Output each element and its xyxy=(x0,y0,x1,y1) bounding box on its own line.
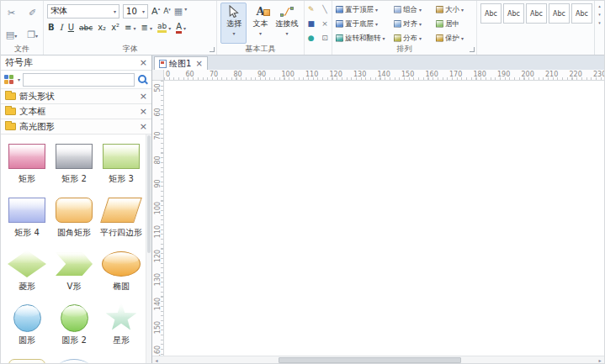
shape-item[interactable]: 圆角矩形 xyxy=(50,193,98,247)
rectangle3-shape[interactable] xyxy=(103,144,140,169)
shape-item[interactable] xyxy=(50,355,98,363)
gallery-down-icon[interactable]: ▾ xyxy=(598,12,601,17)
shrink-font-button[interactable]: A xyxy=(163,7,171,15)
subscript-button[interactable]: x₂ xyxy=(98,22,106,34)
partial-shape[interactable] xyxy=(55,359,93,363)
font-color-button[interactable]: A xyxy=(176,23,182,34)
line-tool-icon[interactable]: ╲ xyxy=(322,6,326,13)
style-preset-button[interactable]: Abc xyxy=(503,3,524,24)
sidebar-scroll-thumb[interactable] xyxy=(147,135,151,253)
pencil-icon[interactable]: ✎ xyxy=(308,6,315,13)
strikethrough-button[interactable]: abc xyxy=(79,22,93,34)
chevron-down-icon[interactable]: ▾ xyxy=(259,30,262,36)
bullet-list-button[interactable]: ≣ xyxy=(141,22,147,34)
paste-icon[interactable]: ▤▾ xyxy=(6,30,17,40)
style-preset-button[interactable]: Abc xyxy=(526,3,547,24)
fill-square-icon[interactable]: ■ xyxy=(307,20,315,28)
fill-circle-icon[interactable]: ● xyxy=(308,34,315,42)
superscript-button[interactable]: x² xyxy=(111,22,119,34)
align-button[interactable]: ▦ xyxy=(174,6,187,17)
crop-tool-icon[interactable]: ⊡ xyxy=(321,34,328,42)
scroll-track[interactable] xyxy=(161,356,596,364)
cut-icon[interactable]: ✂ xyxy=(8,8,15,18)
arrange-item[interactable]: 组合▾ xyxy=(394,4,436,15)
chevron-down-icon[interactable]: ▾ xyxy=(419,35,422,41)
chevron-down-icon[interactable]: ▾ xyxy=(183,25,186,31)
arrange-dialog-launcher-icon[interactable] xyxy=(470,47,475,52)
chevron-down-icon[interactable]: ▾ xyxy=(150,25,152,31)
arrange-item[interactable]: 置于顶层▾ xyxy=(336,4,394,15)
shape-item[interactable]: 星形 xyxy=(98,301,145,355)
text-tool-button[interactable]: A 文本 ▾ xyxy=(247,3,273,44)
underline-button[interactable]: U xyxy=(68,22,74,34)
shape-item[interactable] xyxy=(3,355,50,363)
chevron-down-icon[interactable]: ▾ xyxy=(286,30,289,36)
sidebar-scrollbar[interactable] xyxy=(146,135,151,363)
library-picker-icon[interactable] xyxy=(4,75,15,85)
line-spacing-button[interactable]: ≡ xyxy=(125,22,131,34)
shape-item[interactable]: 矩形 xyxy=(3,140,50,193)
panel-close-icon[interactable]: × xyxy=(140,58,147,67)
chevron-down-icon[interactable]: ▾ xyxy=(419,21,422,27)
select-tool-button[interactable]: 选择 ▾ xyxy=(220,3,247,44)
rectangle4-shape[interactable] xyxy=(8,198,45,223)
chevron-down-icon[interactable]: ▾ xyxy=(18,76,20,82)
rounded-rectangle-shape[interactable] xyxy=(56,198,93,223)
scroll-left-icon[interactable]: ◂ xyxy=(152,357,161,363)
arrange-item[interactable]: 旋转和翻转▾ xyxy=(336,33,394,44)
chevron-down-icon[interactable]: ▾ xyxy=(133,25,135,31)
font-dialog-launcher-icon[interactable] xyxy=(210,47,215,52)
library-section-highlight[interactable]: 高光图形 × xyxy=(1,119,151,135)
bold-button[interactable]: B xyxy=(48,22,55,34)
font-family-select[interactable]: 宋体 xyxy=(47,4,119,18)
chevron-down-icon[interactable]: ▾ xyxy=(375,7,378,13)
rectangle-shape[interactable] xyxy=(8,144,45,169)
shape-item[interactable]: 矩形 3 xyxy=(98,140,145,193)
shape-item[interactable]: 椭圆 xyxy=(98,247,145,301)
shape-item[interactable]: 圆形 2 xyxy=(50,301,98,355)
scroll-thumb[interactable] xyxy=(279,357,461,363)
style-preset-button[interactable]: Abc xyxy=(480,3,502,24)
chevron-down-icon[interactable]: ▾ xyxy=(375,21,378,27)
circle2-shape[interactable] xyxy=(61,304,88,332)
chevron-down-icon[interactable]: ▾ xyxy=(14,33,17,39)
v-shape[interactable] xyxy=(56,252,93,276)
symbol-search-input[interactable] xyxy=(23,73,135,87)
delete-tool-icon[interactable]: × xyxy=(321,20,328,28)
parallelogram-shape[interactable] xyxy=(100,198,142,223)
gallery-scrollbar[interactable]: ▴ ▾ ▾ xyxy=(594,1,604,55)
horizontal-scrollbar[interactable]: ◂ ▸ xyxy=(152,356,604,363)
font-size-select[interactable]: 10 xyxy=(123,4,148,18)
tab-drawing1[interactable]: 绘图1 × xyxy=(154,56,208,70)
arrange-item[interactable]: 保护▾ xyxy=(436,33,473,44)
style-preset-button[interactable]: Abc xyxy=(549,3,570,24)
chevron-down-icon[interactable]: ▾ xyxy=(35,33,38,39)
rectangle2-shape[interactable] xyxy=(56,144,93,169)
shape-item[interactable]: V形 xyxy=(50,247,98,301)
chevron-down-icon[interactable]: ▾ xyxy=(383,35,385,41)
grow-font-button[interactable]: A xyxy=(151,6,160,17)
shape-item[interactable]: 矩形 4 xyxy=(3,193,50,247)
ellipse-shape[interactable] xyxy=(102,251,141,277)
shape-item[interactable]: 矩形 2 xyxy=(50,140,98,193)
shape-item[interactable]: 平行四边形 xyxy=(98,193,145,247)
diamond-shape[interactable] xyxy=(8,251,46,277)
format-painter-icon[interactable]: ✐ xyxy=(29,8,36,18)
drawing-canvas[interactable] xyxy=(164,81,604,356)
chevron-down-icon[interactable]: ▾ xyxy=(461,7,464,13)
style-preset-button[interactable]: Abc xyxy=(571,3,592,24)
search-icon[interactable] xyxy=(137,74,148,85)
gallery-more-icon[interactable]: ▾ xyxy=(598,20,601,25)
arrange-item[interactable]: 对齐▾ xyxy=(394,18,436,29)
library-section-arrows[interactable]: 箭头形状 × xyxy=(1,89,151,104)
partial-shape[interactable] xyxy=(8,359,45,363)
section-close-icon[interactable]: × xyxy=(140,107,147,116)
section-close-icon[interactable]: × xyxy=(140,122,147,131)
chevron-down-icon[interactable]: ▾ xyxy=(168,25,171,31)
arrange-item[interactable]: 置于底层▾ xyxy=(336,18,394,29)
star-shape[interactable] xyxy=(105,303,137,333)
library-section-textbox[interactable]: 文本框 × xyxy=(1,104,151,119)
arrange-item[interactable]: 大小▾ xyxy=(436,4,473,15)
section-close-icon[interactable]: × xyxy=(140,92,147,101)
shape-item[interactable]: 圆形 xyxy=(3,301,50,355)
